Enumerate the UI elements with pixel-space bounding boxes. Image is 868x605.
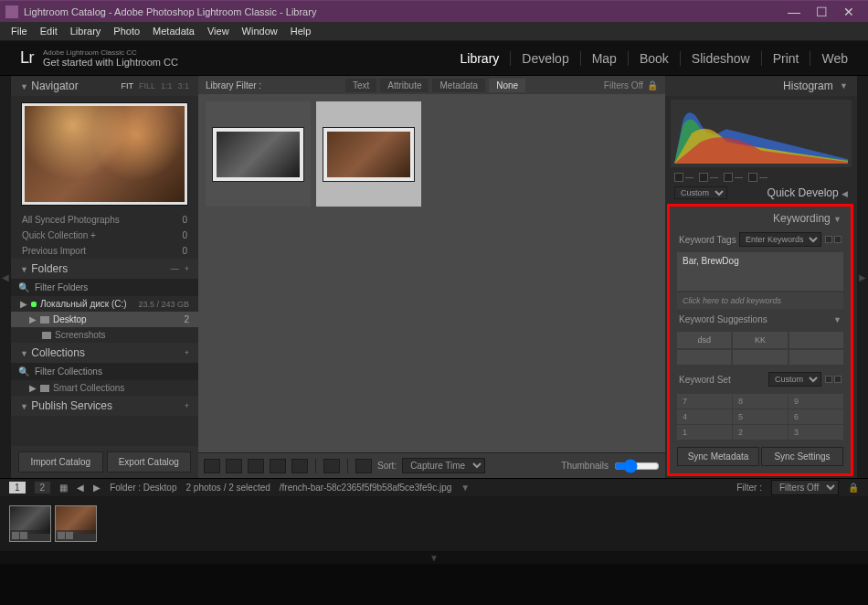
module-library[interactable]: Library bbox=[450, 51, 512, 66]
status-grid-icon[interactable]: ▦ bbox=[59, 483, 68, 493]
add-keywords-input[interactable]: Click here to add keywords bbox=[677, 292, 843, 309]
suggestion-item[interactable] bbox=[789, 332, 843, 348]
quick-develop-header[interactable]: Custom Quick Develop ◀ bbox=[665, 184, 857, 202]
lock-icon[interactable]: 🔒 bbox=[647, 80, 658, 90]
thumbnail-selected[interactable] bbox=[316, 101, 421, 207]
keyword-suggestions-collapse[interactable]: ▼ bbox=[833, 315, 842, 324]
catalog-previous-import[interactable]: Previous Import0 bbox=[11, 243, 198, 259]
module-map[interactable]: Map bbox=[581, 51, 629, 66]
thumbnail-size-slider[interactable] bbox=[614, 459, 660, 473]
suggestion-item[interactable] bbox=[789, 350, 843, 365]
window-close-button[interactable]: ✕ bbox=[835, 3, 863, 21]
collections-filter[interactable]: 🔍 Filter Collections bbox=[11, 363, 198, 380]
navigator-header[interactable]: ▼ Navigator FIT FILL 1:1 3:1 bbox=[11, 76, 198, 96]
filmstrip[interactable] bbox=[0, 496, 868, 551]
sort-direction-button[interactable] bbox=[355, 459, 372, 473]
keyword-collapse[interactable] bbox=[834, 236, 842, 243]
module-book[interactable]: Book bbox=[629, 51, 681, 66]
folder-desktop[interactable]: ▶ Desktop 2 bbox=[11, 312, 198, 327]
window-maximize-button[interactable]: ☐ bbox=[808, 3, 835, 21]
catalog-all-synced[interactable]: All Synced Photographs0 bbox=[11, 212, 198, 228]
survey-view-button[interactable] bbox=[270, 459, 286, 473]
people-view-button[interactable] bbox=[291, 459, 308, 473]
menu-metadata[interactable]: Metadata bbox=[147, 24, 200, 38]
sync-settings-button[interactable]: Sync Settings bbox=[761, 447, 843, 466]
menu-library[interactable]: Library bbox=[65, 24, 107, 38]
filter-none[interactable]: None bbox=[489, 79, 525, 92]
filter-text[interactable]: Text bbox=[345, 79, 376, 92]
left-panel-collapse[interactable]: ◀ bbox=[0, 76, 11, 478]
catalog-quick-collection[interactable]: Quick Collection +0 bbox=[11, 228, 198, 243]
navigator-preview[interactable] bbox=[11, 96, 198, 212]
status-page-1[interactable]: 1 bbox=[9, 482, 26, 494]
keyword-set-cell[interactable]: 7 bbox=[677, 394, 732, 409]
keyword-set-collapse[interactable] bbox=[834, 376, 842, 383]
menu-edit[interactable]: Edit bbox=[35, 24, 63, 38]
export-catalog-button[interactable]: Export Catalog bbox=[107, 451, 192, 472]
chevron-right-icon[interactable]: ▶ bbox=[93, 483, 101, 493]
status-page-2[interactable]: 2 bbox=[35, 482, 51, 494]
keyword-set-cell[interactable]: 4 bbox=[677, 409, 732, 424]
suggestion-item[interactable] bbox=[733, 350, 787, 365]
sync-metadata-button[interactable]: Sync Metadata bbox=[677, 447, 759, 466]
folders-filter[interactable]: 🔍 Filter Folders bbox=[11, 279, 198, 296]
keyword-set-cell[interactable]: 9 bbox=[789, 394, 843, 409]
navigator-fit[interactable]: FIT bbox=[121, 81, 133, 90]
navigator-1-1[interactable]: 1:1 bbox=[161, 81, 173, 90]
menu-window[interactable]: Window bbox=[237, 24, 283, 38]
collection-smart-collections[interactable]: ▶ Smart Collections bbox=[11, 380, 198, 396]
keyword-set-cell[interactable]: 1 bbox=[677, 425, 732, 440]
keyword-flag[interactable] bbox=[825, 236, 832, 243]
folders-disk[interactable]: ▶ Локальный диск (C:) 23.5 / 243 GB bbox=[11, 296, 198, 312]
sort-select[interactable]: Capture Time bbox=[402, 458, 485, 473]
keyword-textarea[interactable]: Bar, BrewDog bbox=[677, 252, 843, 291]
histogram[interactable] bbox=[671, 100, 852, 167]
keyword-set-cell[interactable]: 3 bbox=[789, 425, 843, 440]
filter-attribute[interactable]: Attribute bbox=[380, 79, 429, 92]
keyword-set-flag[interactable] bbox=[825, 376, 832, 383]
filmstrip-thumb[interactable] bbox=[9, 505, 51, 542]
keyword-set-cell[interactable]: 5 bbox=[733, 409, 788, 424]
filmstrip-filter-select[interactable]: Filters Off bbox=[771, 480, 839, 495]
thumbnail-grid[interactable] bbox=[198, 94, 665, 452]
lock-icon[interactable]: 🔒 bbox=[848, 483, 859, 493]
menu-help[interactable]: Help bbox=[285, 24, 317, 38]
folder-screenshots[interactable]: Screenshots bbox=[11, 327, 198, 343]
filmstrip-collapse[interactable]: ▼ bbox=[0, 551, 868, 564]
menu-file[interactable]: File bbox=[5, 24, 33, 38]
keyword-set-select[interactable]: Custom bbox=[768, 372, 821, 387]
keyword-set-cell[interactable]: 6 bbox=[789, 409, 843, 424]
menu-view[interactable]: View bbox=[202, 24, 235, 38]
loupe-view-button[interactable] bbox=[226, 459, 242, 473]
navigator-3-1[interactable]: 3:1 bbox=[177, 81, 189, 90]
suggestion-item[interactable] bbox=[677, 350, 731, 365]
folders-header[interactable]: ▼ Folders —+ bbox=[11, 259, 198, 279]
publish-services-header[interactable]: ▼ Publish Services + bbox=[11, 396, 198, 416]
menu-photo[interactable]: Photo bbox=[108, 24, 145, 38]
suggestion-item[interactable]: KK bbox=[733, 332, 787, 348]
filters-off-toggle[interactable]: Filters Off bbox=[604, 80, 643, 90]
module-slideshow[interactable]: Slideshow bbox=[681, 51, 762, 66]
keywording-header[interactable]: Keywording ▼ bbox=[673, 210, 847, 227]
filter-metadata[interactable]: Metadata bbox=[432, 79, 485, 92]
painter-tool-button[interactable] bbox=[323, 459, 340, 473]
module-web[interactable]: Web bbox=[810, 51, 848, 66]
collections-header[interactable]: ▼ Collections + bbox=[11, 343, 198, 363]
keyword-set-cell[interactable]: 8 bbox=[733, 394, 788, 409]
brand-sub2[interactable]: Get started with Lightroom CC bbox=[43, 57, 178, 68]
grid-view-button[interactable] bbox=[204, 459, 220, 473]
chevron-left-icon[interactable]: ◀ bbox=[77, 483, 84, 493]
suggestion-item[interactable]: dsd bbox=[677, 332, 731, 348]
right-panel-collapse[interactable]: ▶ bbox=[857, 76, 868, 478]
window-minimize-button[interactable]: — bbox=[780, 3, 808, 21]
filmstrip-thumb[interactable] bbox=[55, 505, 97, 542]
module-develop[interactable]: Develop bbox=[511, 51, 580, 66]
keyword-set-cell[interactable]: 2 bbox=[733, 425, 788, 440]
module-print[interactable]: Print bbox=[762, 51, 811, 66]
thumbnail[interactable] bbox=[206, 101, 311, 207]
import-catalog-button[interactable]: Import Catalog bbox=[18, 451, 103, 472]
compare-view-button[interactable] bbox=[248, 459, 264, 473]
histogram-header[interactable]: Histogram ▼ bbox=[665, 76, 857, 96]
keyword-tags-mode-select[interactable]: Enter Keywords bbox=[739, 232, 821, 247]
navigator-fill[interactable]: FILL bbox=[139, 81, 155, 90]
